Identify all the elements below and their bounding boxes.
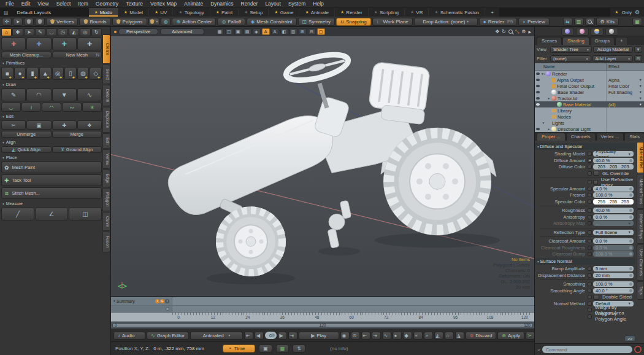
quick-align-button[interactable]: ◭Quick Align [1,146,52,153]
timeline-scrollbar[interactable]: 0 120 120 [111,322,534,329]
channel-toggle-icon[interactable] [588,208,592,213]
shading-dropdown[interactable]: Advanced [160,28,204,35]
channel-toggle-icon[interactable] [588,230,592,235]
preset-sphere-icon[interactable] [591,28,604,36]
layer-effect[interactable]: ▼ [606,95,644,101]
current-frame-field[interactable]: 0 [265,332,276,339]
shader-tree-row[interactable]: Alpha Output Alpha▼ [535,77,644,83]
section-draw[interactable]: Draw [1,82,102,87]
property-field[interactable]: Full Scene ▼ [593,230,634,235]
dimension-icon[interactable]: ◫ [69,208,102,220]
channel-toggle-icon[interactable] [588,273,592,278]
channel-toggle-icon[interactable] [588,165,592,169]
remove-layer-icon[interactable]: ⊟ [634,55,642,62]
layer-effect[interactable]: Final Color▼ [606,83,644,89]
wireframe-icon[interactable]: ▦ [216,28,224,35]
actor-icon[interactable]: ◭ [69,28,79,36]
shader-tree-row[interactable]: ▾ Lights ▼ [535,120,644,126]
material-subtab[interactable]: User Channels [637,244,644,281]
layout-tab[interactable]: ★ Render [335,8,369,17]
timeline-ruler[interactable]: 01224364860728496108120 [111,313,534,322]
expander-icon[interactable]: ▸ [546,127,551,131]
bezier-icon[interactable]: ≀ [21,103,41,112]
menu-item[interactable]: Render [237,1,262,7]
visibility-toggle[interactable] [535,85,541,87]
anim-mode-dropdown[interactable]: Animated▾ [190,332,243,340]
channel-toggle-icon[interactable] [588,252,592,256]
apply-button[interactable]: ⊕Apply [497,332,524,340]
mesh-cleanup-button[interactable]: Mesh Cleanup... [1,52,52,58]
shader-tree-row[interactable]: ▾+ Render ▼ [535,71,644,77]
property-field[interactable]: 255255255 ▼ [593,199,634,205]
more-icon[interactable]: ▶ [528,29,531,34]
visibility-toggle[interactable] [535,128,541,130]
channel-toggle-icon[interactable] [588,180,592,184]
layer-effect[interactable]: ▼ [606,107,644,114]
key-prev-icon[interactable]: ⇤ [361,332,370,340]
next-frame-icon[interactable]: ▶ [278,332,287,340]
property-field[interactable]: 0.0 % ▼ [593,238,634,244]
add-layout-tab-button[interactable]: + [485,8,499,17]
search-icon[interactable] [585,18,595,26]
channel-toggle-icon[interactable] [588,282,592,286]
channel-toggle-icon[interactable] [588,314,592,319]
command-input[interactable] [542,346,632,353]
channel-toggle-icon[interactable] [588,152,592,156]
axis-extrude-icon[interactable]: ✚ [26,37,51,50]
keyframe-icon[interactable] [166,307,169,311]
channel-toggle-icon[interactable] [588,158,592,163]
discard-button[interactable]: ⊗Discard [466,332,497,340]
summary-track-label[interactable]: ▾ Summary IGf [111,297,172,305]
section-place[interactable]: Place [1,155,102,160]
go-start-icon[interactable]: ⇤ [244,332,253,340]
channel-toggle-icon[interactable] [588,308,592,312]
menu-item[interactable]: Layout [261,1,285,7]
visibility-toggle[interactable] [535,97,541,99]
property-field[interactable]: 4.0 % ▼ [593,186,634,192]
arc-icon[interactable]: ◠ [42,103,61,112]
screen-icon[interactable]: ▦ [632,18,642,26]
material-subtab[interactable]: Material Trans [637,174,644,209]
scene-tab[interactable]: Scenes [537,37,562,45]
layout-tab[interactable]: ★ VR [405,8,429,17]
shader-tree-row[interactable]: Base Material (all)▼ [535,101,644,107]
menu-item[interactable]: Item [74,1,92,7]
more-button[interactable]: >> [624,335,635,341]
graph-editor-button[interactable]: ∿Graph Editor [147,332,189,340]
checkbox[interactable] [593,295,599,300]
vertex-mode-icon[interactable] [24,18,34,26]
go-end-icon[interactable]: ⇥ [288,332,297,340]
channel-toggle-icon[interactable] [588,267,592,271]
texture-icon[interactable]: ▤ [243,28,251,35]
layout-tab[interactable]: ★ Scripting [369,8,405,17]
properties-tab[interactable]: Proper ... [537,133,565,141]
property-field[interactable]: 40.0 % ▼ [593,158,634,163]
item-mode-icon[interactable]: ◍ [161,18,171,26]
audio-button[interactable]: ♪Audio [113,332,145,340]
falloff-button[interactable]: ◎Falloff [217,18,245,26]
plane-icon[interactable]: ◇ [90,67,102,80]
pose-icon[interactable]: ◮ [455,332,464,340]
toolbox-tab[interactable]: Select [102,64,110,84]
polygon-icon[interactable]: ▼ [52,88,77,101]
screen-icon[interactable]: ▦ [276,345,289,353]
scene-tab[interactable]: Groups [590,37,615,45]
zoom-icon[interactable] [508,29,513,34]
symmetry-button[interactable]: ◫Symmetry [298,18,335,26]
layer-effect[interactable]: ▼ [606,114,644,120]
presets-icon[interactable]: ⇆ [563,18,573,26]
cylinder-icon[interactable]: ▮ [26,67,39,80]
unmerge-button[interactable]: Unmerge [1,131,52,138]
property-field[interactable]: 0.0 % ▼ [593,245,634,251]
mesh-constraint-button[interactable]: ◈Mesh Constraint [247,18,296,26]
pin-icon[interactable]: ✚ [52,120,77,130]
key-next-icon[interactable]: ⇥ [372,332,381,340]
layouts-icon[interactable]: ▤ [0,8,12,17]
fit-icon[interactable]: ⤡ [515,29,519,35]
capsule-icon[interactable]: ▯ [64,67,77,80]
radial-sweep-icon[interactable]: ✚ [52,37,77,50]
menu-item[interactable]: Dynamics [207,1,237,7]
item-select-icon[interactable]: ✣ [2,18,12,26]
property-field[interactable]: 203203203 ▼ [593,164,634,170]
sphere-icon[interactable]: ● [14,67,26,80]
